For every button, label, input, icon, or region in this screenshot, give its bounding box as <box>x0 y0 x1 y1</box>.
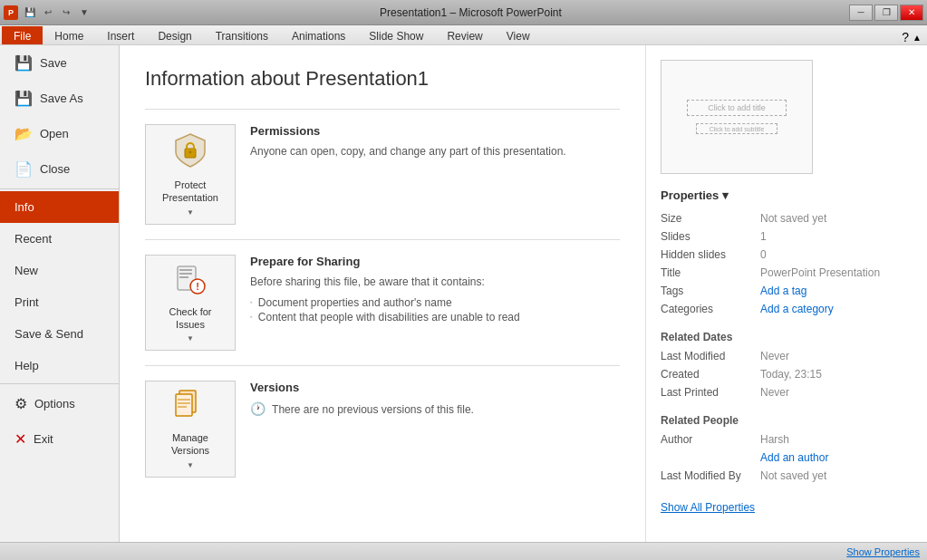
tab-slideshow[interactable]: Slide Show <box>357 26 435 44</box>
date-created-label: Created <box>661 365 760 383</box>
tab-design[interactable]: Design <box>146 26 203 44</box>
prop-slides-label: Slides <box>661 227 760 246</box>
title-bar-left: P 💾 ↩ ↪ ▼ <box>4 5 92 21</box>
sidebar-open-label: Open <box>40 127 69 140</box>
sidebar-item-print[interactable]: Print <box>0 286 119 318</box>
prop-size-value: Not saved yet <box>760 209 912 227</box>
people-table: Author Harsh Add an author Last Modified… <box>661 430 912 485</box>
person-author-label: Author <box>661 430 760 449</box>
quick-more-button[interactable]: ▼ <box>76 5 92 21</box>
sidebar-item-exit[interactable]: ✕ Exit <box>0 421 119 457</box>
person-add-value[interactable]: Add an author <box>760 449 912 467</box>
permissions-desc: Anyone can open, copy, and change any pa… <box>250 143 620 159</box>
quick-save-button[interactable]: 💾 <box>22 5 38 21</box>
svg-rect-11 <box>178 399 190 401</box>
sidebar-item-savesend[interactable]: Save & Send <box>0 318 119 350</box>
shield-lock-icon <box>174 132 207 175</box>
svg-text:!: ! <box>196 281 199 292</box>
sidebar-help-label: Help <box>14 359 39 372</box>
date-modified-value: Never <box>760 347 912 365</box>
permissions-content: Permissions Anyone can open, copy, and c… <box>250 124 620 159</box>
versions-desc: 🕐 There are no previous versions of this… <box>250 400 620 419</box>
sharing-content: Prepare for Sharing Before sharing this … <box>250 255 620 324</box>
date-printed-value: Never <box>760 383 912 401</box>
sidebar-item-help[interactable]: Help <box>0 350 119 381</box>
status-bar: Show Properties <box>0 542 927 560</box>
sidebar-save-label: Save <box>40 56 67 70</box>
page-title: Information about Presentation1 <box>145 67 620 91</box>
minimize-button[interactable]: ─ <box>849 5 873 21</box>
help-icon[interactable]: ? <box>902 30 909 44</box>
prop-tags-row: Tags Add a tag <box>661 282 912 300</box>
sidebar-item-open[interactable]: 📂 Open <box>0 116 119 151</box>
sidebar-item-new[interactable]: New <box>0 255 119 286</box>
tab-animations[interactable]: Animations <box>280 26 357 44</box>
protect-presentation-button[interactable]: ProtectPresentation ▼ <box>145 124 236 225</box>
properties-section-title[interactable]: Properties ▾ <box>661 188 912 202</box>
sidebar-item-save[interactable]: 💾 Save <box>0 45 119 81</box>
sidebar-item-saveas[interactable]: 💾 Save As <box>0 81 119 116</box>
sharing-desc: Before sharing this file, be aware that … <box>250 274 620 290</box>
ribbon-collapse-icon[interactable]: ▲ <box>913 33 922 43</box>
sidebar-new-label: New <box>14 264 38 277</box>
sharing-list-item-2: Content that people with disabilities ar… <box>250 310 620 324</box>
saveas-icon: 💾 <box>14 90 33 107</box>
manage-versions-icon <box>174 389 207 428</box>
svg-point-2 <box>189 151 192 154</box>
protect-button-label: ProtectPresentation <box>162 179 218 205</box>
tab-insert[interactable]: Insert <box>95 26 146 44</box>
check-issues-button[interactable]: ! Check forIssues ▼ <box>145 255 236 352</box>
sidebar-print-label: Print <box>14 295 39 309</box>
restore-button[interactable]: ❐ <box>874 5 898 21</box>
dates-table: Last Modified Never Created Today, 23:15… <box>661 347 912 401</box>
tab-home[interactable]: Home <box>43 26 95 44</box>
sidebar-item-close[interactable]: 📄 Close <box>0 151 119 187</box>
protect-button-arrow: ▼ <box>187 208 194 217</box>
svg-rect-13 <box>178 406 187 408</box>
prop-title-value: PowerPoint Presentation <box>760 264 912 282</box>
prop-categories-label: Categories <box>661 300 760 318</box>
tab-transitions[interactable]: Transitions <box>204 26 280 44</box>
check-issues-icon: ! <box>174 263 207 302</box>
related-people-title: Related People <box>661 414 912 427</box>
svg-rect-12 <box>178 402 190 404</box>
sharing-section: ! Check forIssues ▼ Prepare for Sharing … <box>145 239 620 366</box>
show-properties-link[interactable]: Show Properties <box>846 546 920 557</box>
date-modified-label: Last Modified <box>661 347 760 365</box>
slide-subtitle-placeholder: Click to add subtitle <box>696 123 777 134</box>
show-all-properties-link[interactable]: Show All Properties <box>661 501 755 514</box>
svg-rect-6 <box>179 276 188 278</box>
versions-section: ManageVersions ▼ Versions 🕐 There are no… <box>145 365 620 492</box>
sidebar-info-label: Info <box>14 200 34 214</box>
slide-preview-inner: Click to add title Click to add subtitle <box>661 61 812 173</box>
check-issues-label: Check forIssues <box>169 305 211 332</box>
sidebar-options-label: Options <box>34 397 75 410</box>
close-button[interactable]: ✕ <box>900 5 923 21</box>
date-printed-row: Last Printed Never <box>661 383 912 401</box>
manage-versions-button[interactable]: ManageVersions ▼ <box>145 381 236 478</box>
title-bar: P 💾 ↩ ↪ ▼ Presentation1 – Microsoft Powe… <box>0 0 927 25</box>
ribbon-tabs: File Home Insert Design Transitions Anim… <box>0 25 927 45</box>
file-menu-sidebar: 💾 Save 💾 Save As 📂 Open 📄 Close Info Rec… <box>0 45 120 560</box>
quick-redo-button[interactable]: ↪ <box>58 5 74 21</box>
prop-hidden-row: Hidden slides 0 <box>661 246 912 264</box>
sidebar-item-info[interactable]: Info <box>0 191 119 223</box>
date-created-value: Today, 23:15 <box>760 365 912 383</box>
prop-size-row: Size Not saved yet <box>661 209 912 227</box>
sidebar-item-options[interactable]: ⚙ Options <box>0 386 119 421</box>
close-doc-icon: 📄 <box>14 160 33 178</box>
prop-tags-value[interactable]: Add a tag <box>760 282 912 300</box>
window-title: Presentation1 – Microsoft PowerPoint <box>92 6 849 19</box>
main-content: Information about Presentation1 ProtectP… <box>120 45 927 560</box>
person-lastmod-label: Last Modified By <box>661 467 760 485</box>
tab-view[interactable]: View <box>495 26 542 44</box>
prop-categories-row: Categories Add a category <box>661 300 912 318</box>
svg-rect-10 <box>176 394 192 416</box>
sidebar-item-recent[interactable]: Recent <box>0 223 119 255</box>
tab-review[interactable]: Review <box>435 26 494 44</box>
quick-undo-button[interactable]: ↩ <box>40 5 56 21</box>
tab-file[interactable]: File <box>2 26 43 44</box>
person-lastmod-value: Not saved yet <box>760 467 912 485</box>
prop-categories-value[interactable]: Add a category <box>760 300 912 318</box>
manage-versions-label: ManageVersions <box>171 431 209 458</box>
